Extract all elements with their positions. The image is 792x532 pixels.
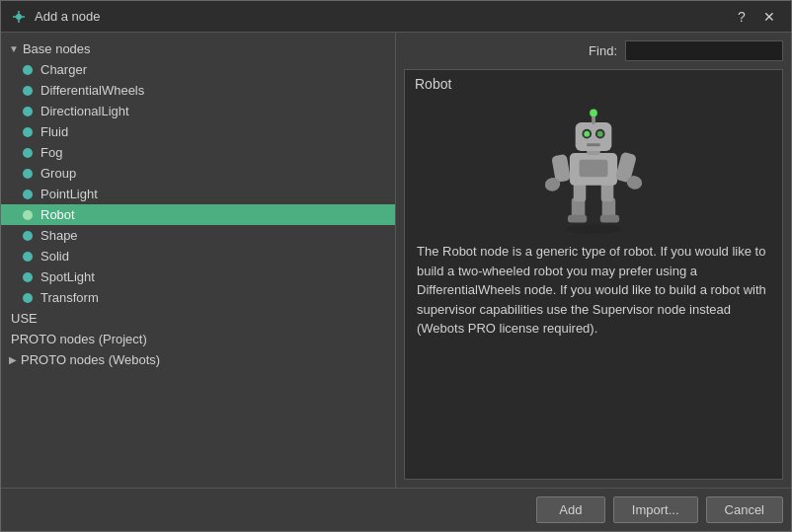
add-node-dialog: Add a node ? ✕ ▼ Base nodes Charger Diff…: [0, 0, 792, 532]
robot-illustration: [529, 98, 658, 236]
use-label: USE: [11, 311, 38, 326]
node-name: Transform: [40, 290, 99, 305]
svg-point-0: [16, 14, 22, 20]
svg-rect-13: [580, 160, 608, 177]
list-item[interactable]: Group: [1, 163, 395, 184]
svg-rect-9: [600, 215, 619, 223]
svg-point-21: [584, 131, 590, 137]
list-item[interactable]: DifferentialWheels: [1, 80, 395, 101]
node-dot-icon: [23, 148, 33, 158]
node-dot-icon: [23, 65, 33, 75]
node-name: Solid: [40, 249, 69, 264]
node-dot-icon: [23, 252, 33, 262]
base-nodes-label: Base nodes: [23, 41, 91, 56]
node-name: Charger: [40, 62, 87, 77]
use-section[interactable]: USE: [1, 308, 395, 329]
add-button[interactable]: Add: [536, 496, 605, 523]
node-name: SpotLight: [40, 269, 95, 284]
svg-rect-19: [576, 122, 612, 151]
node-dot-icon: [23, 86, 33, 96]
node-name: Fog: [40, 145, 62, 160]
node-name: Group: [40, 166, 76, 181]
bottom-bar: Add Import... Cancel: [1, 488, 791, 531]
svg-point-26: [590, 110, 597, 117]
node-dot-icon: [23, 210, 33, 220]
import-button[interactable]: Import...: [613, 496, 698, 523]
title-bar-left: Add a node: [11, 9, 101, 25]
cancel-button[interactable]: Cancel: [706, 496, 783, 523]
list-item[interactable]: Transform: [1, 287, 395, 308]
node-dot-icon: [23, 169, 33, 179]
base-nodes-header[interactable]: ▼ Base nodes: [1, 38, 395, 59]
node-name: Fluid: [40, 124, 68, 139]
left-panel: ▼ Base nodes Charger DifferentialWheels …: [1, 33, 396, 488]
chevron-right-icon: ▶: [9, 354, 17, 365]
svg-rect-24: [587, 143, 600, 146]
node-dot-icon: [23, 127, 33, 137]
dialog-icon: [11, 9, 27, 25]
list-item[interactable]: Fog: [1, 142, 395, 163]
chevron-down-icon: ▼: [9, 43, 19, 54]
preview-content: The Robot node is a generic type of robo…: [405, 98, 782, 479]
title-bar: Add a node ? ✕: [1, 1, 791, 33]
list-item[interactable]: DirectionalLight: [1, 101, 395, 121]
node-dot-icon: [23, 272, 33, 282]
find-input[interactable]: [625, 40, 783, 61]
list-item-robot[interactable]: Robot: [1, 204, 395, 225]
node-dot-icon: [23, 107, 33, 116]
find-label: Find:: [589, 43, 617, 58]
node-name: PointLight: [40, 187, 98, 201]
node-name: DirectionalLight: [40, 104, 129, 118]
preview-area: Robot: [404, 69, 783, 480]
close-button[interactable]: ✕: [757, 5, 781, 29]
dialog-title: Add a node: [35, 9, 101, 24]
proto-webots-label: PROTO nodes (Webots): [21, 352, 160, 367]
list-item[interactable]: PointLight: [1, 184, 395, 204]
help-button[interactable]: ?: [730, 5, 753, 29]
node-name: Shape: [40, 228, 78, 243]
svg-rect-8: [568, 215, 587, 223]
node-dot-icon: [23, 293, 33, 303]
node-name: Robot: [40, 207, 75, 222]
node-name: DifferentialWheels: [40, 83, 144, 98]
right-panel: Find: Robot: [396, 33, 791, 488]
list-item[interactable]: Solid: [1, 246, 395, 266]
find-bar: Find:: [404, 40, 783, 61]
proto-project-label: PROTO nodes (Project): [11, 332, 147, 346]
content-area: ▼ Base nodes Charger DifferentialWheels …: [1, 33, 791, 488]
list-item[interactable]: Fluid: [1, 121, 395, 142]
preview-description: The Robot node is a generic type of robo…: [405, 236, 782, 350]
node-dot-icon: [23, 231, 33, 241]
node-dot-icon: [23, 190, 33, 199]
list-item-spotlight[interactable]: SpotLight: [1, 266, 395, 287]
preview-node-title: Robot: [405, 70, 782, 98]
svg-point-23: [597, 131, 603, 137]
list-item[interactable]: Charger: [1, 59, 395, 80]
list-item[interactable]: Shape: [1, 225, 395, 246]
title-bar-right: ? ✕: [730, 5, 781, 29]
proto-webots-section[interactable]: ▶ PROTO nodes (Webots): [1, 349, 395, 370]
proto-project-section[interactable]: PROTO nodes (Project): [1, 329, 395, 349]
svg-point-5: [565, 224, 622, 234]
